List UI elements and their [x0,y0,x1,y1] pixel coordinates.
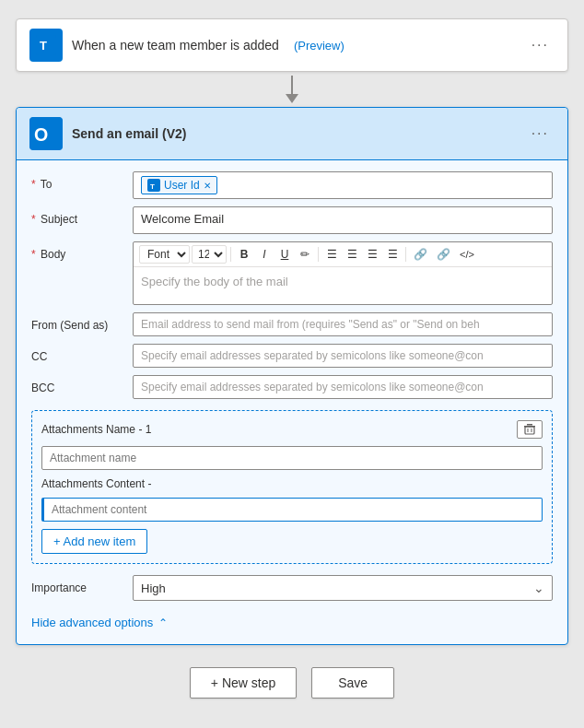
trigger-title: When a new team member is added [72,38,279,53]
link-button[interactable]: 🔗 [410,246,431,263]
toolbar-separator-2 [318,247,319,262]
richtext-body[interactable]: Specify the body of the mail [134,267,552,304]
image-button[interactable]: 🔗 [433,246,454,263]
importance-row: Importance High ⌄ [31,575,553,601]
importance-label: Importance [31,575,123,594]
trigger-card-left: T When a new team member is added (Previ… [29,29,345,62]
trigger-more-button[interactable]: ··· [526,35,555,55]
from-label: From (Send as) [31,312,123,332]
hide-advanced-label: Hide advanced options [31,616,153,629]
action-more-button[interactable]: ··· [526,123,555,144]
subject-input[interactable]: Welcome Email [133,206,553,234]
action-header-left: O Send an email (V2) [29,117,186,150]
attachment-content-input[interactable] [41,498,543,522]
attachment-name-input[interactable] [41,446,543,470]
to-field[interactable]: T User Id ✕ [133,171,553,199]
attachment-content-header: Attachments Content - [41,477,543,490]
svg-rect-6 [527,424,532,426]
importance-dropdown[interactable]: High ⌄ [133,575,553,601]
richtext-toolbar: Font 12 B I U ✏ ☰ ☰ [134,242,552,267]
hide-advanced-options[interactable]: Hide advanced options ⌃ [31,608,553,633]
attachment-delete-button[interactable] [517,420,543,439]
numbered-list-button[interactable]: ☰ [343,246,361,263]
subject-row: * Subject Welcome Email [31,206,553,234]
cc-field[interactable]: Specify email addresses separated by sem… [133,344,553,368]
to-label: * To [31,171,123,191]
from-row: From (Send as) Email address to send mai… [31,312,553,336]
chevron-up-icon: ⌃ [158,616,168,629]
teams-icon: T [29,29,63,62]
highlight-button[interactable]: ✏ [296,246,314,263]
font-family-select[interactable]: Font [139,245,190,264]
bullet-list-button[interactable]: ☰ [322,246,341,263]
subject-field[interactable]: Welcome Email [133,206,553,234]
trigger-preview: (Preview) [294,39,345,53]
trigger-card: T When a new team member is added (Previ… [16,18,568,72]
from-field[interactable]: Email address to send mail from (require… [133,312,553,336]
delete-icon [523,423,536,436]
token-label: User Id [164,179,200,192]
to-row: * To T User Id ✕ [31,171,553,199]
importance-field[interactable]: High ⌄ [133,575,553,601]
bcc-input[interactable]: Specify email addresses separated by sem… [133,375,553,399]
bold-button[interactable]: B [235,246,253,263]
body-placeholder: Specify the body of the mail [141,275,288,288]
svg-text:T: T [40,39,47,53]
align-left-button[interactable]: ☰ [363,246,381,263]
cc-input[interactable]: Specify email addresses separated by sem… [133,344,553,368]
action-card: O Send an email (V2) ··· * To [16,107,568,645]
attachment-content-label: Attachments Content - [41,477,151,490]
cc-row: CC Specify email addresses separated by … [31,344,553,368]
attachment-name-header: Attachments Name - 1 [41,420,543,439]
body-required-star: * [31,248,36,261]
action-title: Send an email (V2) [72,126,186,141]
to-token-input[interactable]: T User Id ✕ [133,171,553,199]
body-label: * Body [31,241,123,261]
align-right-button[interactable]: ☰ [383,246,402,263]
chevron-down-icon: ⌄ [533,581,544,595]
token-close-button[interactable]: ✕ [204,181,211,191]
subject-label: * Subject [31,206,123,226]
flow-container: T When a new team member is added (Previ… [16,18,568,699]
save-button[interactable]: Save [311,667,394,699]
richtext-editor[interactable]: Font 12 B I U ✏ ☰ ☰ [133,241,553,305]
outlook-icon: O [29,117,63,150]
user-id-token[interactable]: T User Id ✕ [141,176,217,194]
toolbar-separator-1 [230,247,231,262]
font-size-select[interactable]: 12 [192,245,227,264]
svg-text:T: T [150,182,155,190]
token-teams-icon: T [147,179,160,192]
arrow-head [286,94,298,103]
bcc-field[interactable]: Specify email addresses separated by sem… [133,375,553,399]
new-step-button[interactable]: + New step [190,667,297,699]
action-header: O Send an email (V2) ··· [17,108,567,160]
importance-value: High [141,581,166,595]
toolbar-separator-3 [405,247,406,262]
form-body: * To T User Id ✕ [17,160,567,644]
bcc-label: BCC [31,375,123,394]
arrow-line [291,76,293,94]
cc-label: CC [31,344,123,363]
connector-arrow [286,76,298,103]
subject-required-star: * [31,213,36,226]
bottom-actions: + New step Save [190,667,394,699]
svg-text:O: O [34,124,48,145]
attachments-section: Attachments Name - 1 Attachments Conten [31,410,553,564]
add-item-button[interactable]: + Add new item [41,529,147,554]
svg-rect-7 [525,427,534,434]
body-row: * Body Font 12 B [31,241,553,305]
from-input[interactable]: Email address to send mail from (require… [133,312,553,336]
body-field[interactable]: Font 12 B I U ✏ ☰ ☰ [133,241,553,305]
attachment-name-label: Attachments Name - 1 [41,423,151,436]
italic-button[interactable]: I [255,246,274,263]
bcc-row: BCC Specify email addresses separated by… [31,375,553,399]
to-required-star: * [31,178,36,191]
underline-button[interactable]: U [275,246,294,263]
code-button[interactable]: </> [456,247,478,262]
